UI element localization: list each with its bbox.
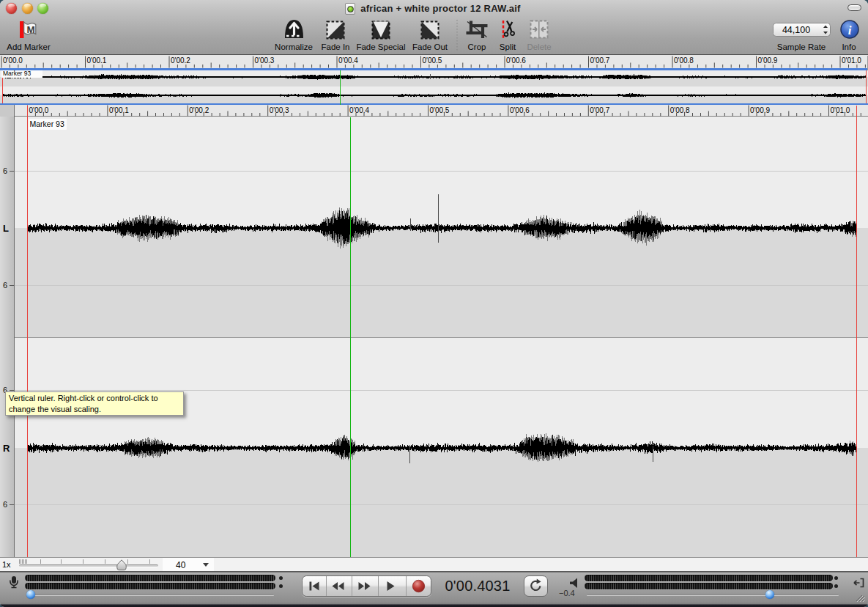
svg-text:i: i [848, 23, 852, 37]
svg-text:44,100: 44,100 [782, 25, 810, 35]
svg-text:M: M [27, 24, 35, 35]
